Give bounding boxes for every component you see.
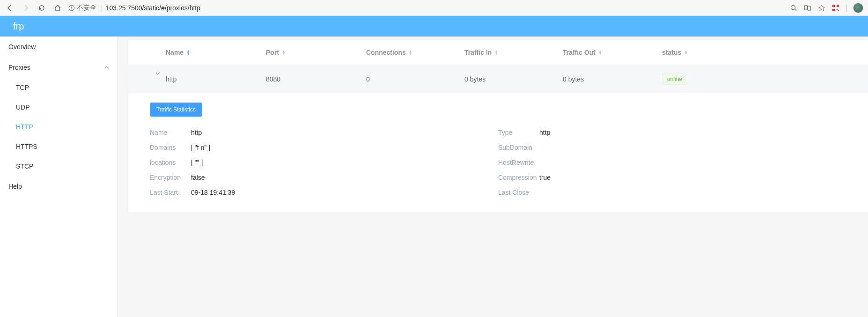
proxies-table: Name ▲▼ Port ▲▼ Connections ▲▼ Traffic I… [128, 40, 868, 212]
forward-button[interactable] [21, 3, 31, 13]
detail-value: 09-18 19:41:39 [191, 189, 235, 196]
sidebar-item-help[interactable]: Help [0, 176, 118, 197]
cell-status: online [662, 74, 846, 85]
detail-row-domains: Domains [ "f n" ] [150, 140, 498, 155]
detail-row-subdomain: SubDomain [498, 140, 846, 155]
col-header-name[interactable]: Name ▲▼ [166, 49, 266, 56]
sort-icon: ▲▼ [598, 50, 602, 55]
traffic-statistics-button[interactable]: Traffic Statistics [150, 103, 202, 117]
detail-value: [ "f n" ] [191, 144, 210, 151]
sidebar-item-label: TCP [16, 84, 29, 91]
detail-label: locations [150, 159, 191, 166]
sidebar-item-http[interactable]: HTTP [0, 117, 118, 137]
table-row[interactable]: http 8080 0 0 bytes 0 bytes online [128, 65, 868, 93]
detail-label: HostRewrite [498, 159, 539, 166]
chrome-separator: | [846, 4, 847, 12]
chevron-down-icon [154, 71, 162, 87]
sidebar-item-https[interactable]: HTTPS [0, 137, 118, 156]
col-header-port[interactable]: Port ▲▼ [266, 49, 366, 56]
chevron-up-icon [104, 64, 109, 71]
insecure-label: 不安全 [77, 4, 96, 12]
refresh-button[interactable] [37, 3, 47, 13]
svg-rect-6 [808, 6, 810, 10]
sort-icon: ▲▼ [409, 50, 412, 55]
sidebar-item-label: HTTP [16, 123, 33, 131]
detail-row-hostrewrite: HostRewrite [498, 155, 846, 170]
col-label: Name [166, 49, 184, 56]
sidebar-item-tcp[interactable]: TCP [0, 78, 118, 97]
cell-connections: 0 [366, 75, 464, 83]
sidebar-item-udp[interactable]: UDP [0, 97, 118, 117]
insecure-badge: 不安全 [68, 4, 96, 12]
col-label: status [662, 49, 681, 56]
col-header-status[interactable]: status ▲▼ [662, 49, 846, 56]
svg-rect-10 [837, 9, 838, 10]
detail-label: Name [150, 129, 191, 136]
back-button[interactable] [5, 3, 15, 13]
home-button[interactable] [52, 3, 63, 13]
sidebar-item-label: Overview [8, 43, 36, 51]
detail-value: http [539, 129, 550, 136]
col-header-connections[interactable]: Connections ▲▼ [366, 49, 464, 56]
avatar[interactable] [853, 3, 863, 13]
main-content: Name ▲▼ Port ▲▼ Connections ▲▼ Traffic I… [118, 37, 868, 317]
detail-label: Last Close [498, 189, 539, 196]
svg-rect-9 [832, 9, 835, 11]
translate-icon[interactable] [803, 4, 812, 12]
detail-col-right: Type http SubDomain HostRewrite Comp [498, 125, 846, 200]
svg-rect-5 [804, 6, 807, 10]
row-details: Traffic Statistics Name http Domains [ "… [128, 93, 868, 212]
url-bar[interactable]: 不安全 | 103.25 7500/static/#/proxies/http [68, 0, 654, 15]
sidebar-item-label: Help [8, 183, 22, 190]
sidebar-item-label: UDP [16, 103, 30, 111]
sidebar-item-label: HTTPS [16, 143, 37, 150]
svg-rect-7 [832, 5, 835, 7]
brand-label: frp [13, 21, 24, 32]
sort-icon: ▲▼ [494, 50, 498, 55]
svg-point-3 [791, 5, 795, 9]
sort-icon: ▲▼ [684, 50, 688, 55]
col-label: Traffic Out [563, 49, 596, 56]
cell-traffic-in: 0 bytes [464, 75, 563, 83]
detail-grid: Name http Domains [ "f n" ] locations [ … [150, 125, 846, 200]
svg-rect-2 [71, 9, 72, 9]
detail-row-name: Name http [150, 125, 498, 140]
expand-toggle[interactable] [150, 75, 166, 83]
col-header-traffic-in[interactable]: Traffic In ▲▼ [464, 49, 563, 56]
detail-label: Domains [150, 144, 191, 151]
detail-value: true [539, 174, 551, 181]
svg-rect-1 [71, 6, 72, 8]
detail-label: Compression [498, 174, 539, 181]
detail-label: Type [498, 129, 539, 136]
table-header-row: Name ▲▼ Port ▲▼ Connections ▲▼ Traffic I… [128, 40, 868, 65]
url-separator: | [100, 4, 102, 12]
col-label: Port [266, 49, 279, 56]
cell-port: 8080 [266, 75, 366, 83]
cell-traffic-out: 0 bytes [563, 75, 662, 83]
detail-label: SubDomain [498, 144, 539, 151]
sidebar-item-overview[interactable]: Overview [0, 37, 118, 57]
detail-label: Encryption [150, 174, 191, 181]
sidebar: Overview Proxies TCP UDP HTTP HTTPS STCP… [0, 37, 118, 317]
detail-value: false [191, 174, 205, 181]
sort-icon: ▲▼ [186, 50, 190, 55]
app-header: frp [0, 16, 868, 37]
col-header-traffic-out[interactable]: Traffic Out ▲▼ [563, 49, 662, 56]
detail-label: Last Start [150, 189, 191, 196]
url-text: 103.25 7500/static/#/proxies/http [106, 4, 200, 12]
detail-row-type: Type http [498, 125, 846, 140]
detail-value: [ "" ] [191, 159, 203, 166]
sidebar-item-stcp[interactable]: STCP [0, 156, 118, 176]
col-expand [150, 49, 166, 56]
sidebar-item-proxies[interactable]: Proxies [0, 57, 118, 78]
favorite-icon[interactable] [817, 4, 826, 12]
qr-icon[interactable] [831, 4, 840, 12]
app-body: Overview Proxies TCP UDP HTTP HTTPS STCP… [0, 37, 868, 317]
sidebar-item-label: Proxies [8, 64, 30, 71]
detail-row-compression: Compression true [498, 170, 846, 185]
search-icon[interactable] [789, 4, 798, 12]
col-label: Traffic In [464, 49, 492, 56]
svg-line-4 [794, 9, 796, 11]
detail-row-last-start: Last Start 09-18 19:41:39 [150, 185, 498, 200]
cell-name: http [166, 75, 266, 83]
